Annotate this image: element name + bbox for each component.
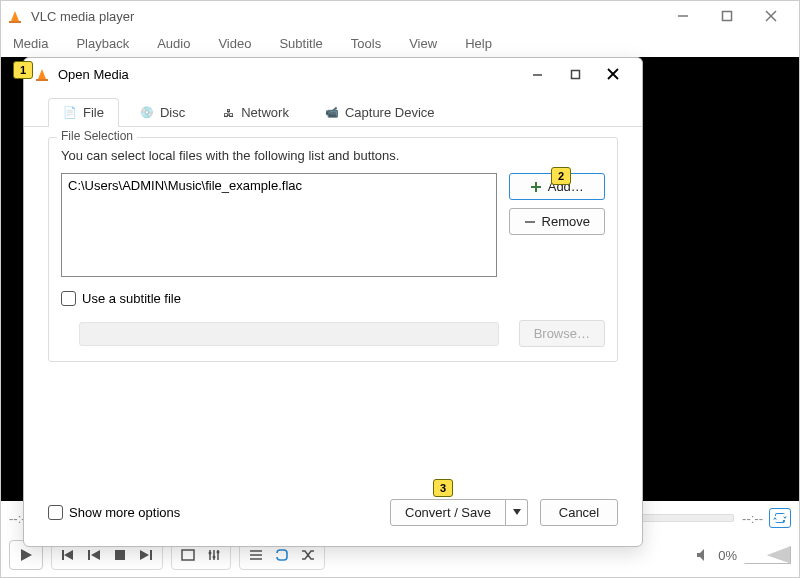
convert-dropdown-button[interactable] [506, 499, 528, 526]
remove-button-label: Remove [542, 214, 590, 229]
dialog-tabstrip: 📄 File 💿 Disc 🖧 Network 📹 Capture Device [24, 90, 642, 127]
dialog-minimize-button[interactable] [518, 60, 556, 88]
svg-point-18 [217, 551, 220, 554]
svg-rect-9 [115, 550, 125, 560]
volume-slider[interactable] [743, 546, 791, 564]
cancel-button[interactable]: Cancel [540, 499, 618, 526]
svg-rect-12 [182, 550, 194, 560]
tab-network[interactable]: 🖧 Network [206, 98, 304, 126]
dialog-title: Open Media [58, 67, 129, 82]
step-badge-1: 1 [13, 61, 33, 79]
svg-point-16 [209, 552, 212, 555]
network-icon: 🖧 [221, 106, 235, 120]
main-menubar: Media Playback Audio Video Subtitle Tool… [1, 31, 799, 55]
remove-button[interactable]: Remove [509, 208, 605, 235]
browse-subtitle-button: Browse… [519, 320, 605, 347]
plus-icon [530, 181, 542, 193]
menu-playback[interactable]: Playback [68, 34, 137, 53]
tab-disc-label: Disc [160, 105, 185, 120]
convert-save-button[interactable]: Convert / Save [390, 499, 528, 526]
minus-icon [524, 216, 536, 228]
svg-marker-30 [513, 509, 521, 515]
file-selection-label: File Selection [57, 129, 137, 143]
volume-percent: 0% [718, 548, 737, 563]
loop-indicator-icon[interactable] [769, 508, 791, 528]
svg-rect-11 [150, 550, 152, 560]
tab-capture[interactable]: 📹 Capture Device [310, 98, 450, 126]
app-title: VLC media player [31, 9, 134, 24]
main-window: VLC media player Media Playback Audio Vi… [0, 0, 800, 578]
menu-help[interactable]: Help [457, 34, 500, 53]
step-badge-2: 2 [551, 167, 571, 185]
checkbox-icon [61, 291, 76, 306]
tab-network-label: Network [241, 105, 289, 120]
minimize-button[interactable] [661, 1, 705, 31]
svg-point-17 [213, 556, 216, 559]
file-selection-hint: You can select local files with the foll… [61, 148, 605, 163]
browse-button-label: Browse… [534, 326, 590, 341]
checkbox-icon [48, 505, 63, 520]
tab-capture-label: Capture Device [345, 105, 435, 120]
cancel-button-label: Cancel [559, 505, 599, 520]
menu-view[interactable]: View [401, 34, 445, 53]
maximize-button[interactable] [705, 1, 749, 31]
svg-marker-10 [140, 550, 149, 560]
dialog-titlebar: Open Media [24, 58, 642, 90]
svg-rect-1 [723, 12, 732, 21]
svg-rect-24 [571, 70, 579, 78]
menu-video[interactable]: Video [210, 34, 259, 53]
show-more-options-checkbox[interactable]: Show more options [48, 505, 180, 520]
chevron-down-icon [513, 509, 521, 515]
file-icon: 📄 [63, 106, 77, 120]
file-selection-group: File Selection You can select local file… [48, 137, 618, 362]
svg-marker-5 [64, 550, 73, 560]
svg-rect-6 [62, 550, 64, 560]
speaker-icon[interactable] [696, 548, 712, 562]
dialog-footer: Show more options Convert / Save Cancel [24, 490, 642, 546]
tab-file-label: File [83, 105, 104, 120]
close-button[interactable] [749, 1, 793, 31]
dialog-maximize-button[interactable] [556, 60, 594, 88]
tab-disc[interactable]: 💿 Disc [125, 98, 200, 126]
convert-save-label: Convert / Save [405, 505, 491, 520]
subtitle-path-field [79, 322, 499, 346]
svg-marker-22 [697, 549, 704, 561]
disc-icon: 💿 [140, 106, 154, 120]
open-media-dialog: Open Media 📄 File 💿 Disc 🖧 Network 📹 Cap… [23, 57, 643, 547]
svg-marker-8 [91, 550, 100, 560]
subtitle-checkbox-label: Use a subtitle file [82, 291, 181, 306]
svg-marker-4 [21, 549, 32, 561]
capture-icon: 📹 [325, 106, 339, 120]
file-list-item[interactable]: C:\Users\ADMIN\Music\file_example.flac [68, 178, 490, 193]
step-badge-3: 3 [433, 479, 453, 497]
main-titlebar: VLC media player [1, 1, 799, 31]
file-list[interactable]: C:\Users\ADMIN\Music\file_example.flac [61, 173, 497, 277]
menu-audio[interactable]: Audio [149, 34, 198, 53]
vlc-cone-icon [7, 8, 23, 24]
time-total: --:-- [742, 511, 763, 526]
menu-tools[interactable]: Tools [343, 34, 389, 53]
svg-rect-7 [88, 550, 90, 560]
subtitle-checkbox[interactable]: Use a subtitle file [61, 291, 181, 306]
dialog-close-button[interactable] [594, 60, 632, 88]
show-more-label: Show more options [69, 505, 180, 520]
tab-file[interactable]: 📄 File [48, 98, 119, 126]
menu-subtitle[interactable]: Subtitle [271, 34, 330, 53]
menu-media[interactable]: Media [5, 34, 56, 53]
vlc-cone-icon [34, 66, 50, 82]
